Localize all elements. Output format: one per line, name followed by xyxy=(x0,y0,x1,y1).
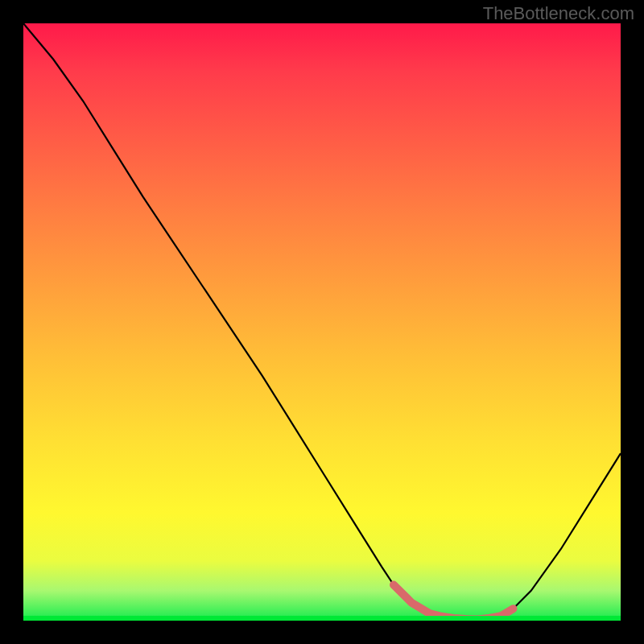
watermark-text: TheBottleneck.com xyxy=(483,3,634,24)
chart-plot-area xyxy=(23,23,621,621)
highlight-segment xyxy=(394,585,513,620)
baseline-green xyxy=(23,616,621,621)
bottleneck-curve xyxy=(23,23,621,620)
chart-svg xyxy=(23,23,621,621)
